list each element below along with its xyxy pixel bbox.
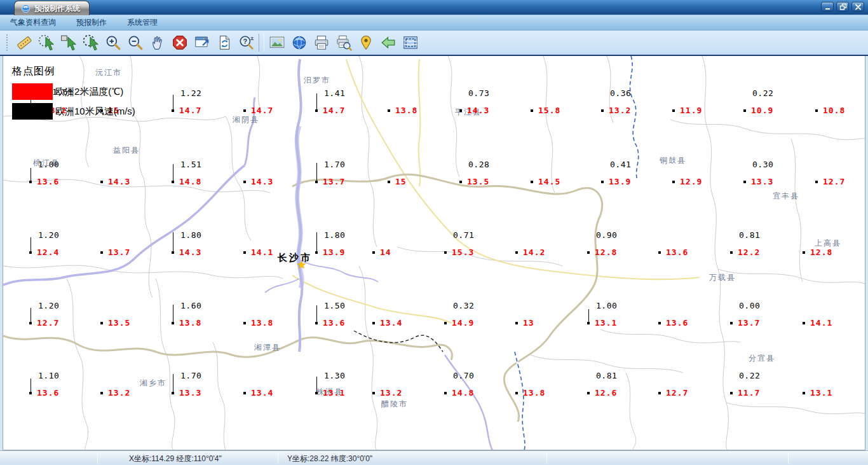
print-preview-button[interactable] (332, 32, 355, 53)
temperature-value: 14.9 (452, 319, 474, 328)
grid-point-dot (243, 251, 246, 254)
zoom-in-button[interactable] (102, 32, 124, 53)
grid-point-dot (815, 109, 818, 112)
grid-point-dot (388, 181, 390, 183)
temperature-value: 10.8 (823, 106, 845, 115)
temperature-value: 12.8 (595, 248, 617, 257)
svg-text:?: ? (243, 38, 247, 45)
map-canvas[interactable]: 格点图例 欧洲2米温度(℃)欧洲10米风速(m/s) 13.21.611514.… (3, 56, 865, 450)
print-icon (313, 34, 330, 51)
pin-button[interactable] (355, 32, 377, 53)
grid-point-dot (730, 251, 733, 254)
temperature-value: 13.6 (37, 389, 59, 398)
grid-point-dot (587, 392, 590, 394)
restore-button[interactable] (836, 2, 849, 11)
temperature-value: 11.9 (680, 106, 702, 115)
temperature-value: 11.7 (738, 389, 760, 398)
minimize-button[interactable] (821, 2, 834, 11)
city-label: 万载县 (709, 272, 736, 283)
legend-label: 欧洲10米风速(m/s) (55, 106, 135, 118)
temperature-value: 14.3 (251, 177, 273, 186)
grid-point-dot (658, 392, 661, 394)
wind-speed-value: 0.22 (752, 89, 773, 98)
wind-speed-value: 0.36 (610, 89, 631, 98)
close-button[interactable] (851, 2, 864, 11)
stop-button[interactable] (168, 32, 191, 53)
grid-point-dot (515, 392, 518, 394)
temperature-value: 13.9 (609, 177, 631, 186)
zoom-out-button[interactable] (124, 32, 146, 53)
refresh-button[interactable] (213, 32, 235, 53)
status-y-coordinate: Y坐标:28.22 纬度:30°0'0" (287, 454, 372, 464)
select-circle-button[interactable] (79, 32, 102, 53)
grid-legend: 格点图例 欧洲2米温度(℃)欧洲10米风速(m/s) (12, 65, 135, 123)
menu-bar: 气象资料查询预报制作系统管理 (0, 15, 868, 31)
toolbar-grip[interactable] (6, 34, 8, 51)
window-controls (821, 2, 864, 11)
grid-point-dot (372, 322, 375, 324)
wind-barb (588, 309, 589, 323)
temperature-value: 13.6 (666, 319, 688, 328)
temperature-value: 15.8 (538, 106, 560, 115)
wind-speed-value: 1.10 (38, 371, 59, 380)
city-label: 汨罗市 (304, 75, 330, 86)
select-box-button[interactable] (57, 32, 79, 53)
wind-speed-value: 0.81 (596, 371, 617, 380)
capital-star-icon: ★ (297, 260, 306, 270)
wind-speed-value: 1.60 (180, 302, 201, 310)
restore-icon (839, 3, 847, 10)
grid-point-dot (444, 251, 447, 254)
temperature-value: 14.2 (523, 248, 545, 257)
window-title-tab[interactable]: 预报制作系统 (14, 1, 90, 15)
wind-speed-value: 1.70 (324, 160, 345, 169)
legend-title: 格点图例 (12, 65, 135, 78)
select-lasso-button[interactable] (35, 32, 57, 53)
grid-point-dot (243, 322, 246, 324)
temperature-value: 13.7 (738, 319, 760, 328)
grid-point-dot (803, 392, 805, 394)
temperature-value: 13.8 (395, 106, 417, 115)
temperature-value: 14.7 (179, 106, 201, 115)
ruler-icon (16, 34, 32, 51)
temperature-value: 14.7 (251, 106, 273, 115)
wind-speed-value: 1.51 (180, 160, 201, 169)
grid-point-dot (743, 181, 746, 183)
new-window-button[interactable] (191, 32, 213, 53)
map-export-button[interactable] (399, 32, 421, 53)
grid-point-dot (531, 109, 533, 112)
identify-button[interactable]: ?± (235, 32, 257, 53)
grid-point-dot (100, 322, 103, 324)
back-button[interactable] (377, 32, 399, 53)
status-separator (97, 452, 98, 464)
svg-text:±: ± (250, 34, 254, 41)
temperature-value: 14 (380, 248, 391, 257)
menu-item-3[interactable]: 系统管理 (117, 15, 168, 30)
select-box-icon (60, 34, 77, 51)
menu-item-2[interactable]: 预报制作 (66, 15, 117, 30)
grid-point-dot (743, 109, 746, 112)
status-separator (788, 452, 789, 464)
wind-speed-value: 1.30 (324, 371, 345, 380)
temperature-value: 13.2 (108, 389, 130, 398)
print-button[interactable] (310, 32, 332, 53)
temperature-value: 13.4 (251, 389, 273, 398)
zoom-out-icon (127, 34, 144, 51)
temperature-value: 13.4 (380, 319, 402, 328)
wind-barb (31, 237, 31, 253)
menu-item-1[interactable]: 气象资料查询 (0, 15, 66, 30)
temperature-value: 13.6 (323, 319, 345, 328)
grid-point-dot (459, 109, 462, 112)
grid-point-dot (601, 181, 604, 183)
image-button[interactable] (266, 32, 288, 53)
temperature-value: 13.8 (179, 319, 201, 328)
city-label: 分宜县 (749, 353, 775, 364)
temperature-value: 12.9 (680, 177, 702, 186)
grid-point-dot (672, 181, 675, 183)
wind-barb (31, 308, 31, 323)
pan-button[interactable] (146, 32, 168, 53)
globe-button[interactable] (288, 32, 310, 53)
refresh-icon (216, 34, 233, 51)
select-lasso-icon (38, 34, 55, 51)
grid-point-dot (100, 251, 103, 254)
ruler-button[interactable] (13, 32, 35, 53)
